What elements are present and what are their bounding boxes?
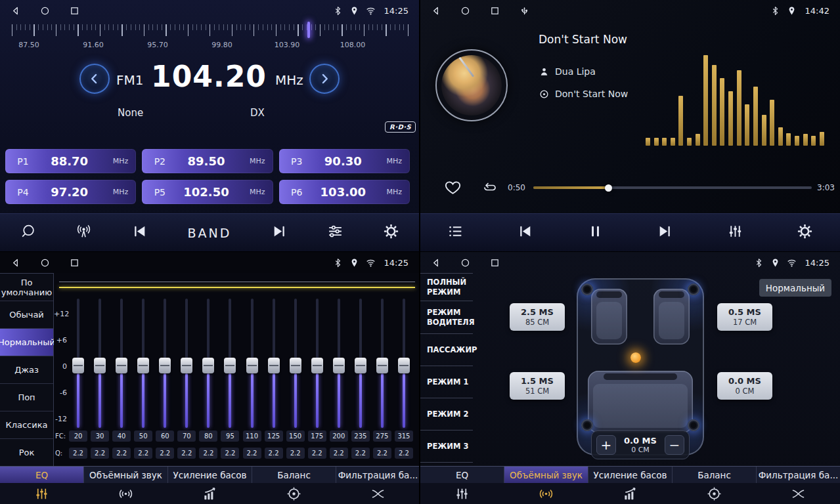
eq-preset-2[interactable]: Нормальный — [0, 329, 53, 356]
tab-balance[interactable]: Баланс — [673, 467, 757, 483]
tab-surround-sound[interactable]: Объёмный звук — [84, 467, 168, 483]
tab-balance-button[interactable] — [252, 483, 336, 504]
nav-back-icon[interactable] — [431, 6, 441, 16]
eq-slider-knob[interactable] — [246, 358, 258, 373]
eq-slider-knob[interactable] — [333, 358, 345, 373]
eq-slider-knob[interactable] — [137, 358, 149, 373]
progress-bar[interactable] — [533, 186, 812, 189]
tab-bass-boost[interactable]: Усиление басов — [588, 467, 673, 483]
speaker-front-left[interactable] — [581, 284, 593, 295]
surround-mode-1[interactable]: РЕЖИМ 1 — [420, 366, 473, 398]
tab-bass-boost-button[interactable] — [588, 483, 673, 504]
nav-back-icon[interactable] — [11, 258, 20, 268]
eq-preset-6[interactable]: Рок — [0, 439, 53, 467]
prev-station-button[interactable] — [131, 223, 148, 242]
nav-home-icon[interactable] — [40, 6, 50, 16]
surround-driver-mode[interactable]: РЕЖИМ ВОДИТЕЛЯ — [420, 301, 473, 334]
tab-surround-sound-button[interactable] — [504, 483, 588, 504]
playlist-button[interactable] — [447, 223, 464, 242]
preset-p1[interactable]: P1 88.70 MHz — [5, 149, 136, 173]
speaker-front-right[interactable] — [688, 284, 699, 295]
surround-mode-3[interactable]: РЕЖИМ 3 — [420, 430, 473, 463]
spectrum-bar — [720, 78, 724, 146]
eq-preset-0[interactable]: По умолчанию — [0, 274, 53, 301]
eq-slider-knob[interactable] — [224, 358, 236, 373]
delay-card-front-right: 0.5 MS 17 CM — [717, 303, 772, 331]
player-eq-button[interactable] — [727, 223, 743, 242]
tune-up-button[interactable] — [309, 64, 340, 94]
eq-slider-knob[interactable] — [398, 358, 410, 373]
tab-filter[interactable]: Фильтрация ба... — [336, 467, 420, 483]
tab-balance[interactable]: Баланс — [252, 467, 336, 483]
surround-passenger-mode[interactable]: ПАССАЖИР — [420, 334, 473, 366]
delay-decrease-button[interactable]: − — [665, 435, 684, 455]
eq-slider-knob[interactable] — [311, 358, 323, 373]
preset-p3[interactable]: P3 90.30 MHz — [279, 149, 410, 173]
nav-back-icon[interactable] — [11, 6, 20, 16]
eq-db-label: -12 — [54, 415, 67, 423]
pause-button[interactable] — [587, 223, 604, 242]
eq-slider-knob[interactable] — [94, 358, 106, 373]
eq-slider-knob[interactable] — [159, 358, 171, 373]
progress-knob[interactable] — [605, 184, 612, 192]
spectrum-bar — [778, 127, 783, 146]
broadcast-button[interactable] — [76, 223, 92, 242]
nav-back-icon[interactable] — [431, 258, 441, 268]
next-track-button[interactable] — [657, 223, 673, 242]
next-station-button[interactable] — [271, 223, 288, 242]
preset-p4[interactable]: P4 97.20 MHz — [5, 180, 136, 204]
delay-increase-button[interactable]: + — [596, 435, 616, 455]
surround-mode-2[interactable]: РЕЖИМ 2 — [420, 398, 473, 430]
tab-surround-sound[interactable]: Объёмный звук — [504, 467, 588, 483]
tab-eq[interactable]: EQ — [420, 467, 504, 483]
eq-slider-knob[interactable] — [181, 358, 192, 373]
radio-settings-button[interactable] — [383, 223, 399, 242]
preset-p6[interactable]: P6 103.00 MHz — [279, 180, 410, 204]
eq-slider-knob[interactable] — [268, 358, 280, 373]
eq-statusbar: 14:25 — [0, 252, 419, 273]
eq-slider-knob[interactable] — [355, 358, 366, 373]
eq-preset-5[interactable]: Классика — [0, 411, 53, 439]
eq-slider-knob[interactable] — [290, 358, 301, 373]
nav-recent-icon[interactable] — [70, 258, 79, 268]
nav-recent-icon[interactable] — [490, 6, 500, 16]
preset-p5[interactable]: P5 102.50 MHz — [142, 180, 273, 204]
nav-recent-icon[interactable] — [490, 258, 500, 268]
surround-preset-button[interactable]: Нормальный — [759, 279, 831, 297]
tab-filter[interactable]: Фильтрация ба... — [757, 467, 840, 483]
listening-position-dot[interactable] — [630, 352, 641, 363]
eq-slider-knob[interactable] — [376, 358, 388, 373]
eq-slider-knob[interactable] — [116, 358, 127, 373]
tune-down-button[interactable] — [79, 64, 110, 94]
tab-eq-button[interactable] — [0, 483, 84, 504]
eq-preset-4[interactable]: Поп — [0, 384, 53, 411]
tab-balance-button[interactable] — [672, 483, 756, 504]
nav-home-icon[interactable] — [460, 6, 470, 16]
band-button[interactable]: BAND — [188, 226, 232, 240]
frequency-ruler[interactable] — [12, 24, 409, 36]
tab-filter-button[interactable] — [336, 483, 420, 504]
tab-surround-sound-button[interactable] — [84, 483, 168, 504]
speaker-rear-right[interactable] — [688, 419, 699, 431]
repeat-button[interactable] — [482, 180, 498, 198]
speaker-rear-left[interactable] — [581, 419, 593, 431]
tab-bass-boost-button[interactable] — [168, 483, 252, 504]
tab-eq-button[interactable] — [420, 483, 504, 504]
scan-button[interactable] — [20, 223, 36, 242]
eq-preset-3[interactable]: Джаз — [0, 356, 53, 384]
tab-filter-button[interactable] — [756, 483, 840, 504]
tab-eq[interactable]: EQ — [0, 467, 84, 483]
radio-eq-button[interactable] — [327, 223, 343, 242]
eq-slider-knob[interactable] — [72, 358, 84, 373]
eq-preset-1[interactable]: Обычай — [0, 301, 53, 329]
surround-full-mode[interactable]: ПОЛНЫЙ РЕЖИМ — [420, 274, 473, 301]
preset-p2[interactable]: P2 89.50 MHz — [142, 149, 273, 173]
player-settings-button[interactable] — [797, 223, 813, 242]
tab-bass-boost[interactable]: Усиление басов — [168, 467, 252, 483]
eq-slider-knob[interactable] — [202, 358, 214, 373]
nav-recent-icon[interactable] — [70, 6, 79, 16]
prev-track-button[interactable] — [517, 223, 533, 242]
nav-home-icon[interactable] — [460, 258, 470, 268]
nav-home-icon[interactable] — [40, 258, 50, 268]
favorite-button[interactable] — [444, 178, 462, 199]
